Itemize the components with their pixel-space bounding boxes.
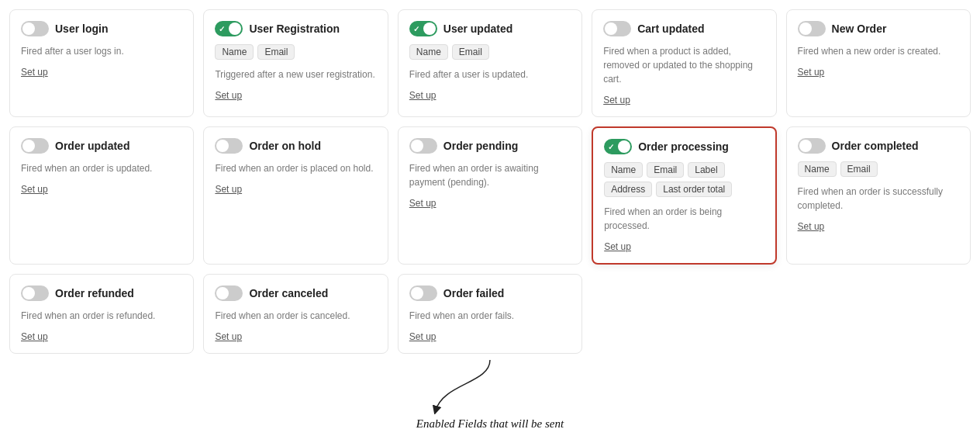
annotation-text: Enabled Fields that will be sent during …	[416, 414, 564, 436]
card-title-new-order: New Order	[832, 22, 887, 35]
toggle-order-processing[interactable]: ✓	[604, 139, 632, 154]
setup-link-order-canceled[interactable]: Set up	[215, 331, 242, 342]
tags-order-completed: NameEmail	[798, 161, 959, 177]
card-order-pending: Order pendingFired when an order is awai…	[398, 126, 582, 265]
card-title-order-on-hold: Order on hold	[249, 140, 321, 152]
setup-link-user-updated[interactable]: Set up	[409, 90, 437, 101]
toggle-order-canceled[interactable]	[215, 285, 243, 301]
card-description-order-pending: Fired when an order is awaiting payment …	[409, 161, 571, 189]
card-order-processing: ✓Order processingNameEmailLabelAddressLa…	[592, 126, 776, 265]
card-description-order-completed: Fired when an order is successfully comp…	[798, 185, 959, 213]
card-title-order-pending: Order pending	[443, 140, 518, 152]
tag: Name	[409, 44, 448, 60]
card-order-on-hold: Order on holdFired when an order is plac…	[203, 126, 388, 265]
card-title-user-updated: User updated	[443, 22, 512, 35]
toggle-user-updated[interactable]: ✓	[409, 21, 437, 36]
tag: Address	[604, 182, 652, 197]
toggle-order-completed[interactable]	[798, 138, 826, 154]
setup-link-order-updated[interactable]: Set up	[21, 184, 48, 195]
tag: Name	[604, 162, 643, 178]
setup-link-order-completed[interactable]: Set up	[798, 221, 825, 232]
card-description-order-canceled: Fired when an order is canceled.	[215, 309, 376, 323]
card-order-failed: Order failedFired when an order fails.Se…	[398, 274, 582, 354]
card-new-order: New OrderFired when a new order is creat…	[786, 9, 971, 117]
tag: Last order total	[656, 182, 732, 197]
tag: Email	[647, 162, 684, 178]
setup-link-user-registration[interactable]: Set up	[215, 90, 242, 101]
tag: Email	[257, 44, 295, 60]
tag: Email	[840, 161, 878, 177]
card-header-user-registration: ✓User Registration	[215, 21, 376, 36]
tag: Label	[688, 162, 724, 178]
card-description-user-login: Fired after a user logs in.	[21, 44, 182, 58]
card-header-cart-updated: Cart updated	[603, 21, 764, 36]
card-title-user-login: User login	[55, 22, 108, 35]
card-header-order-pending: Order pending	[409, 138, 571, 154]
card-user-registration: ✓User RegistrationNameEmailTriggered aft…	[203, 9, 388, 117]
card-header-order-canceled: Order canceled	[215, 285, 376, 301]
card-description-order-processing: Fired when an order is being processed.	[604, 205, 764, 233]
card-description-cart-updated: Fired when a product is added, removed o…	[603, 44, 764, 86]
setup-link-order-refunded[interactable]: Set up	[21, 331, 48, 342]
card-description-order-refunded: Fired when an order is refunded.	[21, 309, 182, 323]
card-header-order-updated: Order updated	[21, 138, 182, 154]
card-header-order-completed: Order completed	[798, 138, 959, 154]
card-description-order-updated: Fired when an order is updated.	[21, 161, 182, 175]
card-header-user-updated: ✓User updated	[409, 21, 571, 36]
card-description-new-order: Fired when a new order is created.	[798, 44, 959, 58]
card-header-order-processing: ✓Order processing	[604, 139, 764, 154]
annotation-arrow	[428, 360, 552, 414]
card-header-new-order: New Order	[798, 21, 959, 36]
card-title-user-registration: User Registration	[249, 22, 340, 35]
card-description-user-registration: Triggered after a new user registration.	[215, 67, 376, 81]
toggle-new-order[interactable]	[798, 21, 826, 36]
setup-link-order-processing[interactable]: Set up	[604, 241, 631, 252]
card-order-canceled: Order canceledFired when an order is can…	[203, 274, 388, 354]
toggle-order-pending[interactable]	[409, 138, 437, 154]
card-title-order-completed: Order completed	[832, 140, 919, 152]
card-order-refunded: Order refundedFired when an order is ref…	[9, 274, 194, 354]
card-order-completed: Order completedNameEmailFired when an or…	[786, 126, 971, 265]
card-header-order-refunded: Order refunded	[21, 285, 182, 301]
tag: Name	[215, 44, 254, 60]
card-description-user-updated: Fired after a user is updated.	[409, 67, 571, 81]
card-title-order-updated: Order updated	[55, 140, 129, 152]
card-header-user-login: User login	[21, 21, 182, 36]
tag: Email	[452, 44, 489, 60]
toggle-order-updated[interactable]	[21, 138, 49, 154]
card-header-order-on-hold: Order on hold	[215, 138, 376, 154]
card-cart-updated: Cart updatedFired when a product is adde…	[592, 9, 776, 117]
toggle-order-failed[interactable]	[409, 285, 437, 301]
toggle-user-login[interactable]	[21, 21, 49, 36]
card-description-order-on-hold: Fired when an order is placed on hold.	[215, 161, 376, 175]
card-user-login: User loginFired after a user logs in.Set…	[9, 9, 194, 117]
setup-link-new-order[interactable]: Set up	[798, 67, 825, 78]
toggle-user-registration[interactable]: ✓	[215, 21, 243, 36]
toggle-order-on-hold[interactable]	[215, 138, 243, 154]
tags-user-updated: NameEmail	[409, 44, 571, 60]
tags-user-registration: NameEmail	[215, 44, 376, 60]
card-title-order-refunded: Order refunded	[55, 287, 134, 299]
card-title-order-processing: Order processing	[638, 140, 729, 153]
card-description-order-failed: Fired when an order fails.	[409, 309, 571, 323]
card-order-updated: Order updatedFired when an order is upda…	[9, 126, 194, 265]
card-title-cart-updated: Cart updated	[637, 22, 704, 35]
setup-link-order-failed[interactable]: Set up	[409, 331, 437, 342]
setup-link-user-login[interactable]: Set up	[21, 67, 48, 78]
card-header-order-failed: Order failed	[409, 285, 571, 301]
setup-link-order-pending[interactable]: Set up	[409, 198, 437, 209]
card-user-updated: ✓User updatedNameEmailFired after a user…	[398, 9, 582, 117]
toggle-order-refunded[interactable]	[21, 285, 49, 301]
card-title-order-canceled: Order canceled	[249, 287, 328, 299]
card-title-order-failed: Order failed	[443, 287, 505, 299]
tags-order-processing: NameEmailLabelAddressLast order total	[604, 162, 764, 197]
setup-link-cart-updated[interactable]: Set up	[603, 95, 630, 106]
toggle-cart-updated[interactable]	[603, 21, 631, 36]
tag: Name	[798, 161, 837, 177]
setup-link-order-on-hold[interactable]: Set up	[215, 184, 242, 195]
